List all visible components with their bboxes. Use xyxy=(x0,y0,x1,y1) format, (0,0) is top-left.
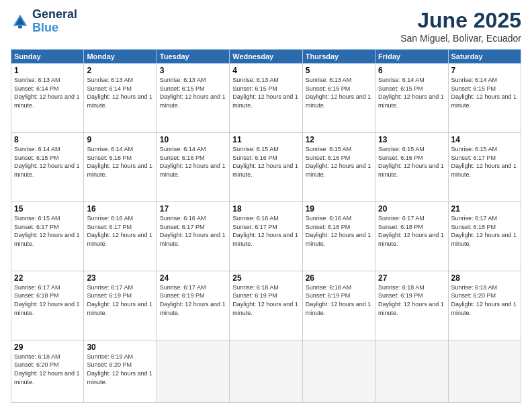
table-row: 25 Sunrise: 6:18 AM Sunset: 6:19 PM Dayl… xyxy=(230,271,302,340)
logo-line1: General xyxy=(32,8,77,21)
day-info: Sunrise: 6:19 AM Sunset: 6:20 PM Dayligh… xyxy=(87,353,153,386)
day-number: 20 xyxy=(378,204,445,214)
day-number: 3 xyxy=(160,66,226,75)
day-number: 10 xyxy=(160,135,226,144)
logo-line2: Blue xyxy=(32,21,77,35)
table-row xyxy=(375,340,448,402)
day-number: 12 xyxy=(306,135,372,144)
day-number: 14 xyxy=(451,135,518,144)
title-block: June 2025 San Miguel, Bolivar, Ecuador xyxy=(400,8,521,44)
day-info: Sunrise: 6:18 AM Sunset: 6:19 PM Dayligh… xyxy=(306,283,372,317)
day-number: 7 xyxy=(451,66,518,75)
table-row: 8 Sunrise: 6:14 AM Sunset: 6:15 PM Dayli… xyxy=(11,132,84,201)
col-wednesday: Wednesday xyxy=(230,50,302,64)
day-number: 5 xyxy=(306,66,372,75)
day-info: Sunrise: 6:18 AM Sunset: 6:19 PM Dayligh… xyxy=(378,283,445,317)
day-info: Sunrise: 6:17 AM Sunset: 6:18 PM Dayligh… xyxy=(451,214,518,248)
table-row: 22 Sunrise: 6:17 AM Sunset: 6:18 PM Dayl… xyxy=(11,271,84,340)
day-info: Sunrise: 6:17 AM Sunset: 6:19 PM Dayligh… xyxy=(87,283,153,317)
day-info: Sunrise: 6:17 AM Sunset: 6:18 PM Dayligh… xyxy=(378,214,445,248)
table-row: 18 Sunrise: 6:16 AM Sunset: 6:17 PM Dayl… xyxy=(230,201,302,271)
table-row xyxy=(448,340,521,402)
table-row: 19 Sunrise: 6:16 AM Sunset: 6:18 PM Dayl… xyxy=(302,201,375,271)
day-number: 28 xyxy=(451,273,518,283)
day-info: Sunrise: 6:16 AM Sunset: 6:17 PM Dayligh… xyxy=(232,214,299,248)
table-row: 12 Sunrise: 6:15 AM Sunset: 6:16 PM Dayl… xyxy=(302,132,375,201)
svg-rect-2 xyxy=(18,26,22,28)
table-row: 13 Sunrise: 6:15 AM Sunset: 6:16 PM Dayl… xyxy=(375,132,448,201)
table-row: 21 Sunrise: 6:17 AM Sunset: 6:18 PM Dayl… xyxy=(448,201,521,271)
table-row: 29 Sunrise: 6:18 AM Sunset: 6:20 PM Dayl… xyxy=(11,340,84,402)
month-title: June 2025 xyxy=(400,8,521,33)
day-number: 30 xyxy=(87,342,153,352)
table-row: 15 Sunrise: 6:15 AM Sunset: 6:17 PM Dayl… xyxy=(11,201,84,271)
day-number: 1 xyxy=(14,66,81,75)
day-info: Sunrise: 6:13 AM Sunset: 6:15 PM Dayligh… xyxy=(232,76,299,109)
col-tuesday: Tuesday xyxy=(157,50,229,64)
day-number: 29 xyxy=(14,342,81,352)
day-number: 11 xyxy=(232,135,299,144)
table-row xyxy=(302,340,375,402)
table-row: 2 Sunrise: 6:13 AM Sunset: 6:14 PM Dayli… xyxy=(84,64,157,133)
day-info: Sunrise: 6:15 AM Sunset: 6:16 PM Dayligh… xyxy=(306,145,372,179)
col-friday: Friday xyxy=(375,50,448,64)
day-info: Sunrise: 6:13 AM Sunset: 6:15 PM Dayligh… xyxy=(160,76,226,109)
header: General Blue June 2025 San Miguel, Boliv… xyxy=(11,8,521,44)
table-row: 28 Sunrise: 6:18 AM Sunset: 6:20 PM Dayl… xyxy=(448,271,521,340)
day-info: Sunrise: 6:17 AM Sunset: 6:18 PM Dayligh… xyxy=(14,283,81,317)
table-row: 10 Sunrise: 6:14 AM Sunset: 6:16 PM Dayl… xyxy=(157,132,229,201)
day-number: 26 xyxy=(306,273,372,283)
day-info: Sunrise: 6:16 AM Sunset: 6:18 PM Dayligh… xyxy=(306,214,372,248)
day-number: 2 xyxy=(87,66,153,75)
day-info: Sunrise: 6:15 AM Sunset: 6:16 PM Dayligh… xyxy=(378,145,445,179)
day-info: Sunrise: 6:18 AM Sunset: 6:19 PM Dayligh… xyxy=(232,283,299,317)
day-info: Sunrise: 6:15 AM Sunset: 6:17 PM Dayligh… xyxy=(14,214,81,248)
day-info: Sunrise: 6:14 AM Sunset: 6:16 PM Dayligh… xyxy=(160,145,226,179)
table-row: 1 Sunrise: 6:13 AM Sunset: 6:14 PM Dayli… xyxy=(11,64,84,133)
day-number: 19 xyxy=(306,204,372,214)
table-row: 11 Sunrise: 6:15 AM Sunset: 6:16 PM Dayl… xyxy=(230,132,302,201)
day-info: Sunrise: 6:14 AM Sunset: 6:15 PM Dayligh… xyxy=(378,76,445,109)
table-row: 17 Sunrise: 6:16 AM Sunset: 6:17 PM Dayl… xyxy=(157,201,229,271)
day-info: Sunrise: 6:18 AM Sunset: 6:20 PM Dayligh… xyxy=(14,353,81,386)
day-info: Sunrise: 6:13 AM Sunset: 6:14 PM Dayligh… xyxy=(87,76,153,109)
table-row: 27 Sunrise: 6:18 AM Sunset: 6:19 PM Dayl… xyxy=(375,271,448,340)
table-row: 3 Sunrise: 6:13 AM Sunset: 6:15 PM Dayli… xyxy=(157,64,229,133)
table-row: 16 Sunrise: 6:16 AM Sunset: 6:17 PM Dayl… xyxy=(84,201,157,271)
day-number: 27 xyxy=(378,273,445,283)
table-row: 24 Sunrise: 6:17 AM Sunset: 6:19 PM Dayl… xyxy=(157,271,229,340)
table-row: 14 Sunrise: 6:15 AM Sunset: 6:17 PM Dayl… xyxy=(448,132,521,201)
table-row: 5 Sunrise: 6:13 AM Sunset: 6:15 PM Dayli… xyxy=(302,64,375,133)
table-row: 9 Sunrise: 6:14 AM Sunset: 6:16 PM Dayli… xyxy=(84,132,157,201)
table-row: 23 Sunrise: 6:17 AM Sunset: 6:19 PM Dayl… xyxy=(84,271,157,340)
day-number: 22 xyxy=(14,273,81,283)
day-info: Sunrise: 6:16 AM Sunset: 6:17 PM Dayligh… xyxy=(87,214,153,248)
table-row: 4 Sunrise: 6:13 AM Sunset: 6:15 PM Dayli… xyxy=(230,64,302,133)
day-number: 4 xyxy=(232,66,299,75)
col-monday: Monday xyxy=(84,50,157,64)
day-info: Sunrise: 6:15 AM Sunset: 6:16 PM Dayligh… xyxy=(232,145,299,179)
table-row: 6 Sunrise: 6:14 AM Sunset: 6:15 PM Dayli… xyxy=(375,64,448,133)
day-info: Sunrise: 6:16 AM Sunset: 6:17 PM Dayligh… xyxy=(160,214,226,248)
day-number: 13 xyxy=(378,135,445,144)
day-number: 15 xyxy=(14,204,81,214)
day-info: Sunrise: 6:17 AM Sunset: 6:19 PM Dayligh… xyxy=(160,283,226,317)
table-row xyxy=(157,340,229,402)
day-number: 21 xyxy=(451,204,518,214)
calendar-table: Sunday Monday Tuesday Wednesday Thursday… xyxy=(11,49,521,403)
table-row: 7 Sunrise: 6:14 AM Sunset: 6:15 PM Dayli… xyxy=(448,64,521,133)
day-number: 17 xyxy=(160,204,226,214)
day-number: 18 xyxy=(232,204,299,214)
day-info: Sunrise: 6:18 AM Sunset: 6:20 PM Dayligh… xyxy=(451,283,518,317)
day-info: Sunrise: 6:13 AM Sunset: 6:14 PM Dayligh… xyxy=(14,76,81,109)
day-info: Sunrise: 6:14 AM Sunset: 6:15 PM Dayligh… xyxy=(451,76,518,109)
col-saturday: Saturday xyxy=(448,50,521,64)
col-sunday: Sunday xyxy=(11,50,84,64)
day-number: 8 xyxy=(14,135,81,144)
day-info: Sunrise: 6:14 AM Sunset: 6:16 PM Dayligh… xyxy=(87,145,153,179)
day-info: Sunrise: 6:14 AM Sunset: 6:15 PM Dayligh… xyxy=(14,145,81,179)
logo-text: General Blue xyxy=(32,8,77,35)
day-number: 23 xyxy=(87,273,153,283)
day-number: 24 xyxy=(160,273,226,283)
location: San Miguel, Bolivar, Ecuador xyxy=(400,33,521,44)
